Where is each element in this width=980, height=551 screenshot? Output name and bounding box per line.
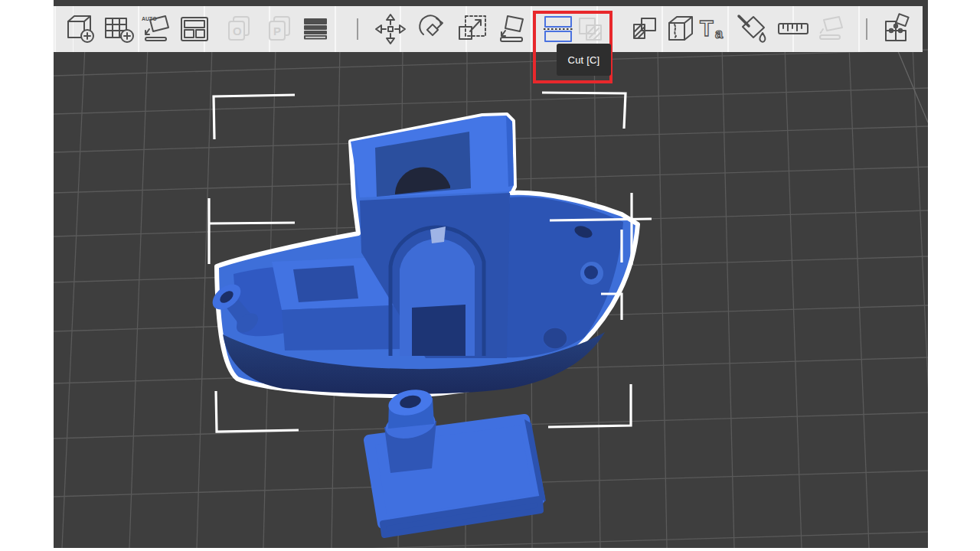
lay-flat-button[interactable]: [496, 12, 530, 46]
orient-disabled-button[interactable]: [814, 12, 848, 46]
viewport-3d[interactable]: [54, 0, 928, 548]
support-paint-button[interactable]: [628, 12, 662, 46]
measure-button[interactable]: [776, 12, 810, 46]
split-objects-button[interactable]: O: [223, 12, 256, 46]
text-glyph-a: a: [715, 26, 724, 41]
cargo-box-front: [282, 305, 407, 350]
split-parts-button[interactable]: P: [263, 12, 297, 46]
split-objects-glyph: O: [233, 24, 242, 37]
auto-orient-button[interactable]: AUTO: [140, 12, 174, 46]
app-window: AUTO O P: [0, 0, 980, 551]
split-parts-glyph: P: [273, 24, 281, 37]
seam-paint-button[interactable]: [664, 12, 697, 46]
cabin-door-shadow: [412, 305, 466, 356]
rotate-button[interactable]: [416, 12, 449, 46]
toolbar-separator: [357, 18, 358, 40]
assembly-button[interactable]: [880, 12, 913, 46]
cargo-box-recess: [293, 266, 358, 302]
cut-tooltip-label: Cut [C]: [568, 54, 600, 66]
text-tool-button[interactable]: T a: [697, 12, 730, 46]
add-object-button[interactable]: [63, 12, 96, 46]
auto-glyph: AUTO: [142, 16, 157, 21]
cut-piece[interactable]: [369, 386, 546, 535]
move-button[interactable]: [374, 12, 407, 46]
porthole-hole: [584, 266, 598, 279]
toolbar-separator: [866, 18, 867, 40]
main-toolbar: AUTO O P: [54, 6, 923, 52]
cut-tooltip: Cut [C]: [557, 44, 611, 76]
arrange-button[interactable]: [178, 12, 211, 46]
lower-porthole: [543, 328, 567, 349]
add-plate-button[interactable]: [102, 12, 136, 46]
scale-button[interactable]: [456, 12, 489, 46]
color-paint-button[interactable]: [735, 12, 769, 46]
layer-height-button[interactable]: [299, 12, 332, 46]
boat-model[interactable]: [207, 115, 638, 396]
text-glyph-T: T: [700, 16, 714, 41]
viewport-canvas[interactable]: [54, 0, 928, 548]
